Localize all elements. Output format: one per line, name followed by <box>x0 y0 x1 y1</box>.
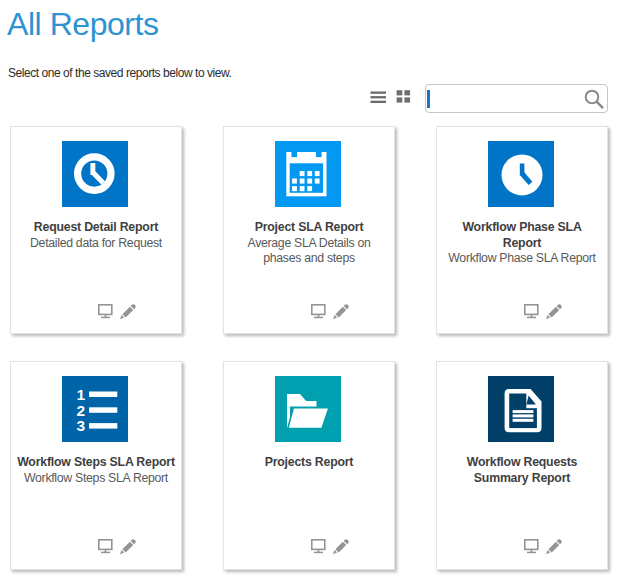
svg-text:1: 1 <box>76 386 85 403</box>
svg-text:3: 3 <box>76 417 85 434</box>
